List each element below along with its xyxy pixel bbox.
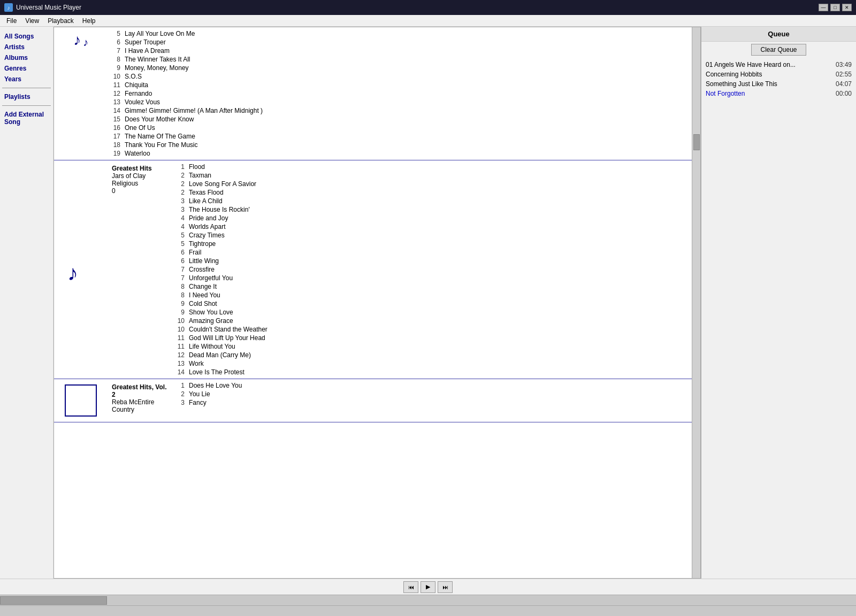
queue-panel: Queue Clear Queue 01 Angels We Have Hear… <box>701 27 856 579</box>
song-row[interactable]: 3Like A Child <box>172 197 692 205</box>
song-row[interactable]: 3Fancy <box>172 398 692 407</box>
song-row[interactable]: 14Love Is The Protest <box>172 368 692 376</box>
sidebar-add-external[interactable]: Add External Song <box>2 109 51 127</box>
content-main[interactable]: ♪ ♪ 5 Lay All Your Love On Me 6 Su <box>54 27 692 578</box>
song-row[interactable]: 2Taxman <box>172 171 692 180</box>
song-row[interactable]: 5Crazy Times <box>172 231 692 240</box>
jars-of-clay-section: ♪ Greatest Hits Jars of Clay Religious 0… <box>54 160 692 379</box>
song-row[interactable]: 3The House Is Rockin' <box>172 205 692 214</box>
song-row[interactable]: 11God Will Lift Up Your Head <box>172 334 692 342</box>
song-row[interactable]: 7Crossfire <box>172 265 692 274</box>
album-artist: Jars of Clay <box>112 172 167 180</box>
sidebar-item-all-songs[interactable]: All Songs <box>2 31 51 42</box>
menu-help[interactable]: Help <box>78 16 100 26</box>
sidebar-item-albums[interactable]: Albums <box>2 52 51 63</box>
reba-info: Greatest Hits, Vol. 2 Reba McEntire Coun… <box>108 379 172 422</box>
song-row[interactable]: 17 The Name Of The Game <box>108 132 692 141</box>
song-row[interactable]: 9 Money, Money, Money <box>108 64 692 72</box>
svg-text:♪: ♪ <box>67 261 78 284</box>
song-row[interactable]: 6 Super Trouper <box>108 38 692 47</box>
sidebar-item-years[interactable]: Years <box>2 74 51 84</box>
menu-file[interactable]: File <box>2 16 21 26</box>
song-row[interactable]: 9Show You Love <box>172 308 692 317</box>
sidebar-item-genres[interactable]: Genres <box>2 63 51 74</box>
reba-header: Greatest Hits, Vol. 2 Reba McEntire Coun… <box>54 379 692 422</box>
app-title: Universal Music Player <box>16 4 81 11</box>
queue-item-duration: 02:55 <box>836 71 852 78</box>
bottom-bar: ⏮ ▶ ⏭ <box>0 579 856 595</box>
album-year: 0 <box>112 187 167 195</box>
album-title: Greatest Hits, Vol. 2 <box>112 383 167 398</box>
minimize-button[interactable]: — <box>819 4 828 11</box>
queue-item[interactable]: Concerning Hobbits 02:55 <box>704 70 854 79</box>
song-row[interactable]: 7 I Have A Dream <box>108 47 692 55</box>
song-row[interactable]: 15 Does Your Mother Know <box>108 115 692 124</box>
menu-view[interactable]: View <box>21 16 43 26</box>
song-row[interactable]: 1Flood <box>172 163 692 171</box>
vertical-scrollbar[interactable] <box>692 27 700 578</box>
sidebar-divider-2 <box>2 105 51 106</box>
reba-art-box <box>65 384 97 417</box>
song-row[interactable]: 4Worlds Apart <box>172 222 692 231</box>
song-row[interactable]: 19 Waterloo <box>108 149 692 158</box>
app-icon: ♪ <box>4 3 13 12</box>
queue-header: Queue <box>701 27 856 42</box>
sidebar-item-artists[interactable]: Artists <box>2 42 51 52</box>
song-row[interactable]: 6Little Wing <box>172 257 692 265</box>
prev-button[interactable]: ⏮ <box>403 581 418 593</box>
song-row[interactable]: 1Does He Love You <box>172 381 692 390</box>
song-row[interactable]: 2Love Song For A Savior <box>172 180 692 188</box>
song-row[interactable]: 8 The Winner Takes It All <box>108 55 692 64</box>
song-row[interactable]: 5Tightrope <box>172 240 692 248</box>
jars-of-clay-art: ♪ <box>54 160 108 379</box>
reba-songs-list: 1Does He Love You 2You Lie 3Fancy <box>172 379 692 422</box>
v-scrollbar-thumb[interactable] <box>693 134 700 150</box>
abba-header: ♪ ♪ 5 Lay All Your Love On Me 6 Su <box>54 27 692 160</box>
queue-item[interactable]: 01 Angels We Have Heard on... 03:49 <box>704 60 854 70</box>
song-row[interactable]: 9Cold Shot <box>172 299 692 308</box>
music-note-svg: ♪ <box>65 253 97 286</box>
song-row[interactable]: 14 Gimme! Gimme! Gimme! (A Man After Mid… <box>108 106 692 115</box>
h-scrollbar-thumb-1[interactable] <box>0 596 107 605</box>
song-row[interactable]: 6Frail <box>172 248 692 257</box>
sidebar: All Songs Artists Albums Genres Years Pl… <box>0 27 54 579</box>
song-row[interactable]: 2You Lie <box>172 390 692 398</box>
clear-queue-button[interactable]: Clear Queue <box>751 44 806 56</box>
queue-item-duration: 04:07 <box>836 80 852 88</box>
song-row[interactable]: 10Amazing Grace <box>172 317 692 325</box>
queue-item[interactable]: Not Forgotten 00:00 <box>704 89 854 98</box>
horizontal-scrollbar-2[interactable] <box>0 605 856 616</box>
horizontal-scrollbar-1[interactable] <box>0 595 856 605</box>
song-row[interactable]: 12Dead Man (Carry Me) <box>172 351 692 359</box>
maximize-button[interactable]: □ <box>830 4 840 11</box>
queue-item[interactable]: Something Just Like This 04:07 <box>704 79 854 89</box>
menu-playback[interactable]: Playback <box>43 16 78 26</box>
queue-item-title: Something Just Like This <box>706 80 831 88</box>
song-row[interactable]: 13Work <box>172 359 692 368</box>
song-row[interactable]: 5 Lay All Your Love On Me <box>108 29 692 38</box>
song-row[interactable]: 8Change It <box>172 282 692 291</box>
song-row[interactable]: 16 One Of Us <box>108 124 692 132</box>
next-button[interactable]: ⏭ <box>438 581 453 593</box>
content-area: ♪ ♪ 5 Lay All Your Love On Me 6 Su <box>54 27 701 579</box>
song-row[interactable]: 12 Fernando <box>108 89 692 98</box>
song-row[interactable]: 13 Voulez Vous <box>108 98 692 106</box>
queue-items: 01 Angels We Have Heard on... 03:49 Conc… <box>701 58 856 579</box>
song-row[interactable]: 11 Chiquita <box>108 81 692 89</box>
sidebar-playlists-label: Playlists <box>2 91 51 102</box>
song-row[interactable]: 8I Need You <box>172 291 692 299</box>
song-row[interactable]: 7Unforgetful You <box>172 274 692 282</box>
song-row[interactable]: 10 S.O.S <box>108 72 692 81</box>
play-button[interactable]: ▶ <box>421 581 435 593</box>
reba-art <box>54 379 108 422</box>
content-inner: ♪ ♪ 5 Lay All Your Love On Me 6 Su <box>54 27 700 578</box>
song-row[interactable]: 18 Thank You For The Music <box>108 141 692 149</box>
jars-of-clay-info: Greatest Hits Jars of Clay Religious 0 <box>108 160 172 379</box>
song-row[interactable]: 2Texas Flood <box>172 188 692 197</box>
song-row[interactable]: 10Couldn't Stand the Weather <box>172 325 692 334</box>
close-button[interactable]: ✕ <box>842 4 852 11</box>
song-row[interactable]: 11Life Without You <box>172 342 692 351</box>
queue-item-title: 01 Angels We Have Heard on... <box>706 61 831 68</box>
jars-songs-list: 1Flood 2Taxman 2Love Song For A Savior 2… <box>172 160 692 379</box>
song-row[interactable]: 4Pride and Joy <box>172 214 692 222</box>
